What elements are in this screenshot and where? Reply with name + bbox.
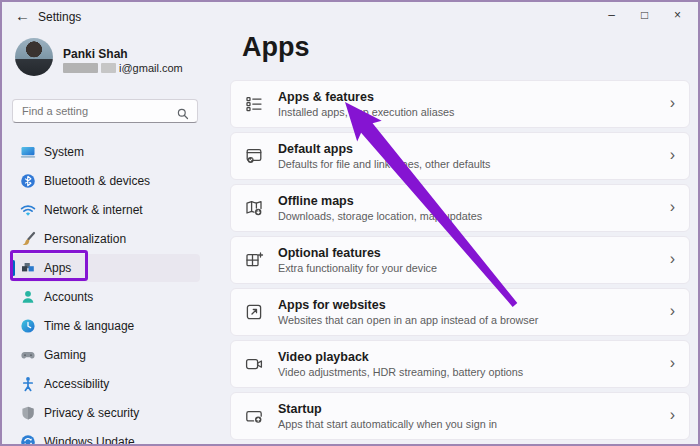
system-icon	[20, 144, 36, 160]
back-arrow-icon[interactable]: ←	[15, 7, 30, 24]
card-startup[interactable]: StartupApps that start automatically whe…	[230, 392, 690, 440]
window-controls: – □ ×	[595, 2, 694, 28]
card-subtitle: Video adjustments, HDR streaming, batter…	[278, 366, 523, 378]
page-title: Apps	[242, 32, 310, 63]
network-icon	[20, 202, 36, 218]
sidebar-item-system[interactable]: System	[12, 138, 200, 166]
titlebar: ← Settings – □ ×	[2, 2, 698, 32]
minimize-button[interactable]: –	[595, 2, 628, 28]
apps-websites-icon	[244, 302, 264, 322]
card-subtitle: Installed apps, app execution aliases	[278, 106, 454, 118]
settings-window: ← Settings – □ × Panki Shah i@gmail.com …	[0, 0, 700, 446]
default-apps-icon	[244, 146, 264, 166]
apps-features-icon	[244, 94, 264, 114]
redacted-block	[63, 63, 98, 73]
card-title: Default apps	[278, 142, 490, 156]
sidebar-item-accounts[interactable]: Accounts	[12, 283, 200, 311]
time-language-icon	[20, 318, 36, 334]
card-title: Startup	[278, 402, 497, 416]
search-icon	[177, 106, 189, 124]
card-subtitle: Defaults for file and link types, other …	[278, 158, 490, 170]
card-subtitle: Extra functionality for your device	[278, 262, 437, 274]
chevron-right-icon: ›	[670, 354, 675, 372]
card-text: Apps for websitesWebsites that can open …	[278, 298, 538, 326]
accessibility-icon	[20, 376, 36, 392]
sidebar-item-gaming[interactable]: Gaming	[12, 341, 200, 369]
sidebar-item-personalization[interactable]: Personalization	[12, 225, 200, 253]
sidebar-item-privacy-security[interactable]: Privacy & security	[12, 399, 200, 427]
offline-maps-icon	[244, 198, 264, 218]
chevron-right-icon: ›	[670, 302, 675, 320]
video-playback-icon	[244, 354, 264, 374]
card-optional-features[interactable]: Optional featuresExtra functionality for…	[230, 236, 690, 284]
search-box[interactable]	[12, 99, 198, 123]
sidebar-item-label: Network & internet	[44, 203, 143, 217]
sidebar-item-bluetooth-devices[interactable]: Bluetooth & devices	[12, 167, 200, 195]
sidebar-item-windows-update[interactable]: Windows Update	[12, 428, 200, 446]
maximize-button[interactable]: □	[628, 2, 661, 28]
sidebar-item-label: Windows Update	[44, 435, 135, 446]
card-text: Video playbackVideo adjustments, HDR str…	[278, 350, 523, 378]
sidebar-item-network-internet[interactable]: Network & internet	[12, 196, 200, 224]
sidebar-item-label: Gaming	[44, 348, 86, 362]
avatar[interactable]	[15, 38, 53, 76]
sidebar-nav: SystemBluetooth & devicesNetwork & inter…	[2, 138, 212, 446]
sidebar-item-label: Apps	[44, 261, 71, 275]
windows-update-icon	[20, 434, 36, 446]
apps-icon	[20, 260, 36, 276]
card-subtitle: Websites that can open in an app instead…	[278, 314, 538, 326]
sidebar-item-label: Bluetooth & devices	[44, 174, 150, 188]
selected-indicator	[12, 260, 15, 276]
optional-features-icon	[244, 250, 264, 270]
card-default-apps[interactable]: Default appsDefaults for file and link t…	[230, 132, 690, 180]
card-text: Default appsDefaults for file and link t…	[278, 142, 490, 170]
profile-email: i@gmail.com	[63, 62, 183, 74]
card-video-playback[interactable]: Video playbackVideo adjustments, HDR str…	[230, 340, 690, 388]
chevron-right-icon: ›	[670, 94, 675, 112]
sidebar-item-label: Personalization	[44, 232, 126, 246]
card-title: Apps for websites	[278, 298, 538, 312]
search-input[interactable]	[22, 100, 172, 122]
gaming-icon	[20, 347, 36, 363]
card-apps-for-websites[interactable]: Apps for websitesWebsites that can open …	[230, 288, 690, 336]
sidebar-item-accessibility[interactable]: Accessibility	[12, 370, 200, 398]
personalization-icon	[20, 231, 36, 247]
card-title: Video playback	[278, 350, 523, 364]
privacy-icon	[20, 405, 36, 421]
card-text: StartupApps that start automatically whe…	[278, 402, 497, 430]
profile-name: Panki Shah	[63, 47, 128, 61]
redacted-block	[101, 63, 116, 73]
card-text: Optional featuresExtra functionality for…	[278, 246, 437, 274]
chevron-right-icon: ›	[670, 406, 675, 424]
chevron-right-icon: ›	[670, 198, 675, 216]
chevron-right-icon: ›	[670, 250, 675, 268]
settings-card-list: Apps & featuresInstalled apps, app execu…	[230, 80, 690, 444]
sidebar-item-label: System	[44, 145, 84, 159]
bluetooth-icon	[20, 173, 36, 189]
card-apps-features[interactable]: Apps & featuresInstalled apps, app execu…	[230, 80, 690, 128]
card-offline-maps[interactable]: Offline mapsDownloads, storage location,…	[230, 184, 690, 232]
email-suffix: i@gmail.com	[119, 62, 183, 74]
startup-icon	[244, 406, 264, 426]
card-title: Offline maps	[278, 194, 482, 208]
card-subtitle: Downloads, storage location, map updates	[278, 210, 482, 222]
card-text: Offline mapsDownloads, storage location,…	[278, 194, 482, 222]
sidebar-item-time-language[interactable]: Time & language	[12, 312, 200, 340]
accounts-icon	[20, 289, 36, 305]
close-button[interactable]: ×	[661, 2, 694, 28]
chevron-right-icon: ›	[670, 146, 675, 164]
sidebar-item-label: Accessibility	[44, 377, 109, 391]
sidebar-item-label: Time & language	[44, 319, 134, 333]
sidebar-item-label: Accounts	[44, 290, 93, 304]
card-title: Optional features	[278, 246, 437, 260]
card-subtitle: Apps that start automatically when you s…	[278, 418, 497, 430]
window-title: Settings	[38, 10, 81, 24]
card-title: Apps & features	[278, 90, 454, 104]
sidebar-item-label: Privacy & security	[44, 406, 139, 420]
sidebar-item-apps[interactable]: Apps	[12, 254, 200, 282]
card-text: Apps & featuresInstalled apps, app execu…	[278, 90, 454, 118]
